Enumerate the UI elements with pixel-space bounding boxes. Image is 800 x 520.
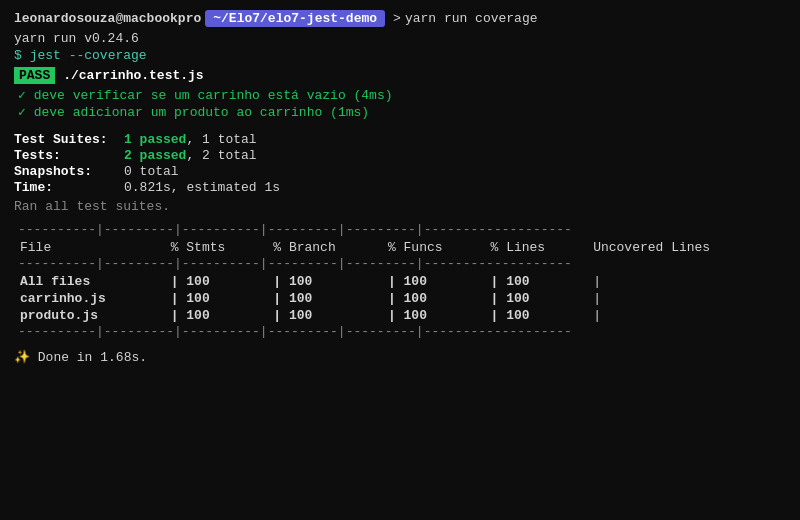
col-branch: % Branch [267, 239, 382, 256]
row-produto-file: produto.js [14, 307, 165, 324]
yarn-version: yarn run v0.24.6 [14, 31, 786, 46]
col-stmts: % Stmts [165, 239, 268, 256]
row-carrinho-funcs: | 100 [382, 290, 485, 307]
table-header-row: File % Stmts % Branch % Funcs % Lines Un… [14, 239, 786, 256]
stat-tests-label: Tests: [14, 148, 124, 163]
stat-tests: Tests: 2 passed , 2 total [14, 148, 786, 163]
terminal: leonardosouza@macbookpro ~/Elo7/elo7-jes… [0, 0, 800, 520]
row-allfiles-file: All files [14, 273, 165, 290]
row-allfiles-branch: | 100 [267, 273, 382, 290]
prompt-cmd: yarn run coverage [405, 11, 538, 26]
jest-cmd: $ jest --coverage [14, 48, 786, 63]
done-line: ✨ Done in 1.68s. [14, 349, 786, 365]
stat-suites-value: , 1 total [186, 132, 256, 147]
row-carrinho-lines: | 100 [485, 290, 588, 307]
stat-snapshots: Snapshots: 0 total [14, 164, 786, 179]
row-produto-uncovered: | [587, 307, 786, 324]
divider-bottom-cell: ----------|---------|----------|--------… [14, 324, 786, 341]
col-file: File [14, 239, 165, 256]
stats-block: Test Suites: 1 passed , 1 total Tests: 2… [14, 132, 786, 195]
stat-tests-value-green: 2 passed [124, 148, 186, 163]
row-produto-branch: | 100 [267, 307, 382, 324]
pass-badge: PASS [14, 67, 55, 84]
prompt-line: leonardosouza@macbookpro ~/Elo7/elo7-jes… [14, 10, 786, 27]
test-result-2: ✓ deve adicionar um produto ao carrinho … [18, 104, 786, 120]
table-divider-bottom: ----------|---------|----------|--------… [14, 324, 786, 341]
stat-snapshots-label: Snapshots: [14, 164, 124, 179]
row-allfiles-lines: | 100 [485, 273, 588, 290]
coverage-table: ----------|---------|----------|--------… [14, 222, 786, 341]
done-text: Done in 1.68s. [38, 350, 147, 365]
stat-time-label: Time: [14, 180, 124, 195]
row-carrinho-uncovered: | [587, 290, 786, 307]
col-lines: % Lines [485, 239, 588, 256]
table-divider-mid: ----------|---------|----------|--------… [14, 256, 786, 273]
stat-tests-value: , 2 total [186, 148, 256, 163]
pass-file: ./carrinho.test.js [63, 68, 203, 83]
jest-dollar: $ [14, 48, 22, 63]
col-funcs: % Funcs [382, 239, 485, 256]
row-allfiles-stmts: | 100 [165, 273, 268, 290]
stat-time: Time: 0.821s, estimated 1s [14, 180, 786, 195]
row-produto-lines: | 100 [485, 307, 588, 324]
test-result-1: ✓ deve verificar se um carrinho está vaz… [18, 87, 786, 103]
stat-suites: Test Suites: 1 passed , 1 total [14, 132, 786, 147]
table-row-produto: produto.js | 100 | 100 | 100 | 100 | [14, 307, 786, 324]
table-divider-top: ----------|---------|----------|--------… [14, 222, 786, 239]
stat-time-value: 0.821s, estimated 1s [124, 180, 280, 195]
table-row-allfiles: All files | 100 | 100 | 100 | 100 | [14, 273, 786, 290]
pass-line: PASS ./carrinho.test.js [14, 67, 786, 84]
divider-mid-cell: ----------|---------|----------|--------… [14, 256, 786, 273]
row-produto-funcs: | 100 [382, 307, 485, 324]
row-produto-stmts: | 100 [165, 307, 268, 324]
row-carrinho-stmts: | 100 [165, 290, 268, 307]
row-carrinho-branch: | 100 [267, 290, 382, 307]
prompt-path: ~/Elo7/elo7-jest-demo [205, 10, 385, 27]
jest-cmd-text: jest --coverage [30, 48, 147, 63]
prompt-user: leonardosouza@macbookpro [14, 11, 201, 26]
table-row-carrinho: carrinho.js | 100 | 100 | 100 | 100 | [14, 290, 786, 307]
row-allfiles-funcs: | 100 [382, 273, 485, 290]
col-uncovered: Uncovered Lines [587, 239, 786, 256]
row-carrinho-file: carrinho.js [14, 290, 165, 307]
sparkle-icon: ✨ [14, 350, 30, 365]
stat-snapshots-value: 0 total [124, 164, 179, 179]
prompt-arrow: > [393, 11, 401, 26]
ran-all: Ran all test suites. [14, 199, 786, 214]
row-allfiles-uncovered: | [587, 273, 786, 290]
stat-suites-value-green: 1 passed [124, 132, 186, 147]
stat-suites-label: Test Suites: [14, 132, 124, 147]
divider-top-cell: ----------|---------|----------|--------… [14, 222, 786, 239]
